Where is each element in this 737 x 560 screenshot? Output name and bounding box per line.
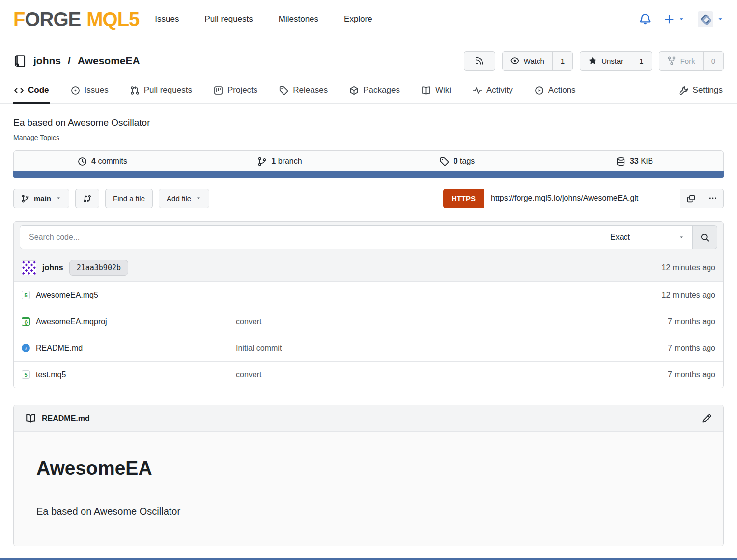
user-menu[interactable] [698,11,724,27]
package-icon [349,86,359,95]
search-submit-button[interactable] [693,225,717,249]
branches-stat[interactable]: 1 branch [191,151,368,171]
rss-feed-button[interactable] [464,51,495,71]
tab-activity[interactable]: Activity [472,79,514,103]
code-icon [14,86,24,95]
repo-description: Ea based on Awesome Oscillator [13,117,724,128]
file-name-link[interactable]: AwesomeEA.mqproj [36,317,107,326]
tab-settings[interactable]: Settings [678,79,724,103]
issue-icon [71,86,80,95]
branches-label: branch [278,157,302,165]
search-icon [700,233,709,242]
logo-f: F [13,9,25,29]
file-browser: Exact [13,221,724,388]
nav-explore[interactable]: Explore [344,14,372,24]
star-count[interactable]: 1 [631,52,651,70]
create-new-button[interactable] [664,14,685,25]
tab-releases-label: Releases [293,85,328,95]
fork-button[interactable]: Fork [659,52,703,70]
clone-url-group: HTTPS [443,189,724,208]
tags-stat[interactable]: 0 tags [368,151,546,171]
avatar-knot-graphic [699,13,712,26]
file-row: 5 test.mq5 convert 7 months ago [14,361,723,388]
edit-readme-button[interactable] [702,414,711,423]
clone-url-input[interactable] [484,189,680,208]
file-time: 12 minutes ago [662,291,715,300]
manage-topics-link[interactable]: Manage Topics [13,134,724,141]
find-file-button[interactable]: Find a file [105,189,153,208]
tab-settings-label: Settings [693,85,723,95]
commit-message-link[interactable]: Initial commit [236,344,282,353]
commit-author-avatar[interactable] [22,260,36,275]
commits-count: 4 [91,157,96,165]
tab-issues[interactable]: Issues [70,79,110,103]
repo-name-link[interactable]: AwesomeEA [78,55,140,67]
repo-book-icon [13,55,27,68]
git-compare-icon [83,195,91,203]
more-clone-options-button[interactable] [702,189,724,208]
unstar-button[interactable]: Unstar [580,52,631,70]
commit-message-link[interactable]: convert [236,370,261,379]
mq5-file-icon: 5 [22,370,30,379]
compare-button[interactable] [75,189,99,208]
tab-projects[interactable]: Projects [213,79,258,103]
commit-author-name[interactable]: johns [42,263,63,272]
https-protocol-button[interactable]: HTTPS [443,189,484,208]
commit-message-link[interactable]: convert [236,317,261,326]
tab-pull-requests-label: Pull requests [144,85,192,95]
tab-projects-label: Projects [227,85,257,95]
file-name-link[interactable]: test.mq5 [36,370,66,379]
tab-activity-label: Activity [486,85,513,95]
readme-section: README.md AwesomeEA Ea based on Awesome … [13,405,724,546]
tab-releases[interactable]: Releases [278,79,329,103]
unstar-label: Unstar [601,57,623,65]
tab-packages[interactable]: Packages [348,79,401,103]
file-name-link[interactable]: README.md [36,344,83,353]
repo-owner-link[interactable]: johns [33,55,61,67]
tab-wiki-label: Wiki [435,85,451,95]
size-label: KiB [641,157,653,165]
language-bar[interactable] [13,171,724,178]
add-file-button[interactable]: Add file [159,189,209,208]
file-time: 7 months ago [668,344,715,353]
tab-wiki[interactable]: Wiki [421,79,452,103]
tab-code-label: Code [28,85,49,95]
watch-button[interactable]: Watch [503,52,552,70]
nav-pull-requests[interactable]: Pull requests [205,14,253,24]
tags-count: 0 [454,157,458,165]
file-row: {} AwesomeEA.mqproj convert 7 months ago [14,308,723,335]
tab-pull-requests[interactable]: Pull requests [129,79,193,103]
repo-header: johns / AwesomeEA Watch 1 [0,38,737,104]
user-avatar [698,11,713,27]
nav-issues[interactable]: Issues [155,14,179,24]
tab-code[interactable]: Code [13,79,50,103]
nav-milestones[interactable]: Milestones [279,14,318,24]
plus-icon [664,14,675,25]
size-stat[interactable]: 33 KiB [546,151,723,171]
repo-title-row: johns / AwesomeEA Watch 1 [13,49,724,73]
forge-mql5-logo[interactable]: FORGEMQL5 [13,9,139,29]
find-file-label: Find a file [113,195,145,203]
repo-action-buttons: Watch 1 Unstar 1 Fork 0 [464,51,724,71]
readme-filename: README.md [42,414,90,423]
settings-wrench-icon [679,86,688,95]
readme-paragraph: Ea based on Awesome Oscillator [36,506,701,517]
file-time: 7 months ago [668,370,715,379]
search-code-input[interactable] [20,225,602,249]
tab-actions-label: Actions [548,85,576,95]
primary-nav: Issues Pull requests Milestones Explore [155,14,372,24]
commit-hash-badge[interactable]: 21aa3b902b [69,260,128,276]
branch-selector[interactable]: main [13,189,69,208]
notifications-bell-icon[interactable] [639,13,651,25]
readme-book-icon [26,413,36,423]
file-name-link[interactable]: AwesomeEA.mq5 [36,291,98,300]
watch-label: Watch [524,57,544,65]
wiki-book-icon [422,86,431,95]
copy-url-button[interactable] [680,189,702,208]
search-mode-select[interactable]: Exact [602,225,693,249]
fork-count[interactable]: 0 [703,52,723,70]
history-clock-icon [78,157,87,166]
commits-stat[interactable]: 4 commits [14,151,191,171]
watch-count[interactable]: 1 [552,52,572,70]
tab-actions[interactable]: Actions [534,79,577,103]
